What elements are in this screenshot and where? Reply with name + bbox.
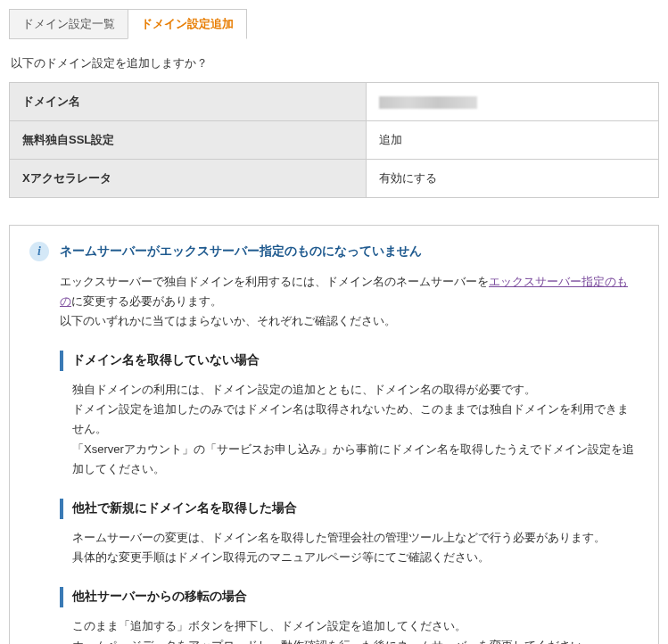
value-accelerator: 有効にする xyxy=(367,160,659,198)
section-title: 他社で新規にドメイン名を取得した場合 xyxy=(60,499,639,519)
label-domain-name: ドメイン名 xyxy=(10,83,367,121)
info-section: 他社で新規にドメイン名を取得した場合 ネームサーバーの変更は、ドメイン名を取得し… xyxy=(60,499,639,567)
info-paragraph: エックスサーバーで独自ドメインを利用するには、ドメイン名のネームサーバーをエック… xyxy=(60,272,639,311)
tab-domain-list[interactable]: ドメイン設定一覧 xyxy=(9,9,128,39)
section-body: 独自ドメインの利用には、ドメイン設定の追加とともに、ドメイン名の取得が必要です。… xyxy=(60,380,639,478)
section-title: 他社サーバーからの移転の場合 xyxy=(60,587,639,607)
section-body: このまま「追加する」ボタンを押下し、ドメイン設定を追加してください。 ホームペー… xyxy=(60,616,639,644)
info-box: i ネームサーバーがエックスサーバー指定のものになっていません エックスサーバー… xyxy=(9,225,659,644)
section-title: ドメイン名を取得していない場合 xyxy=(60,351,639,371)
tab-domain-add[interactable]: ドメイン設定追加 xyxy=(128,9,247,39)
confirm-prompt: 以下のドメイン設定を追加しますか？ xyxy=(11,55,657,71)
settings-table: ドメイン名 無料独自SSL設定 追加 Xアクセラレータ 有効にする xyxy=(9,82,659,198)
tabs: ドメイン設定一覧 ドメイン設定追加 xyxy=(9,9,659,39)
label-accelerator: Xアクセラレータ xyxy=(10,160,367,198)
table-row: Xアクセラレータ 有効にする xyxy=(10,160,659,198)
value-ssl: 追加 xyxy=(367,121,659,160)
info-icon: i xyxy=(29,242,49,261)
table-row: ドメイン名 xyxy=(10,83,659,121)
section-body: ネームサーバーの変更は、ドメイン名を取得した管理会社の管理ツール上などで行う必要… xyxy=(60,528,639,567)
label-ssl: 無料独自SSL設定 xyxy=(10,121,367,160)
value-domain-name xyxy=(367,83,659,121)
info-title: ネームサーバーがエックスサーバー指定のものになっていません xyxy=(60,244,422,260)
info-paragraph: 以下のいずれかに当てはまらないか、それぞれご確認ください。 xyxy=(60,311,639,331)
table-row: 無料独自SSL設定 追加 xyxy=(10,121,659,160)
blurred-domain xyxy=(379,96,477,109)
info-section: 他社サーバーからの移転の場合 このまま「追加する」ボタンを押下し、ドメイン設定を… xyxy=(60,587,639,644)
info-section: ドメイン名を取得していない場合 独自ドメインの利用には、ドメイン設定の追加ととも… xyxy=(60,351,639,478)
